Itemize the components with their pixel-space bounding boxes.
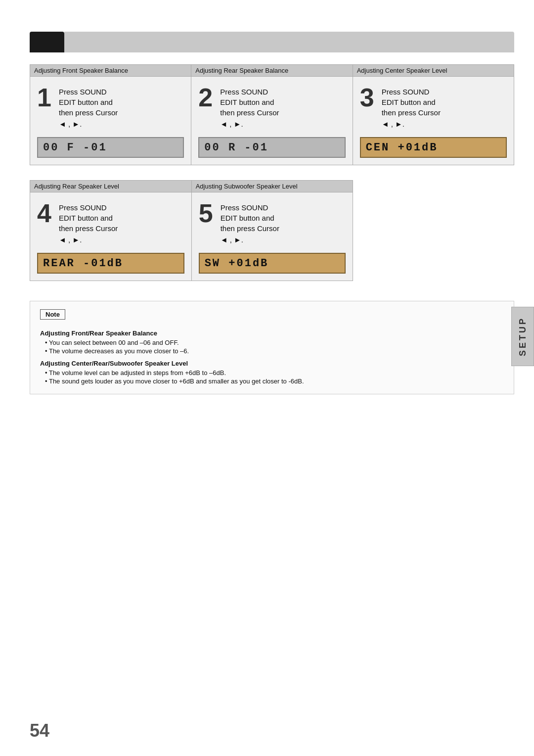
- step-text-line3-5: then press Cursor: [221, 224, 279, 233]
- step-text-content-2: Press SOUND EDIT button and then press C…: [220, 85, 279, 118]
- section-subwoofer-level: Adjusting Subwoofer Speaker Level 5 Pres…: [192, 180, 354, 281]
- note-item-1-1: The volume decreases as you move closer …: [45, 347, 504, 355]
- step-number-4: 4: [37, 200, 55, 226]
- step-text-line1-1: Press SOUND: [59, 88, 107, 96]
- step-row-1: 1 Press SOUND EDIT button and then press…: [37, 85, 184, 132]
- step-row-5: 5 Press SOUND EDIT button and then press…: [199, 200, 346, 248]
- step-text-line3-4: then press Cursor: [59, 224, 118, 233]
- cursor-symbols-1: ◄ , ►.: [59, 120, 118, 128]
- empty-column: [353, 180, 514, 281]
- section-rear-level: Adjusting Rear Speaker Level 4 Press SOU…: [30, 180, 192, 281]
- step-row-3: 3 Press SOUND EDIT button and then press…: [360, 85, 507, 132]
- cursor-symbols-3: ◄ , ►.: [382, 120, 441, 128]
- cursor-symbols-5: ◄ , ►.: [221, 236, 279, 244]
- step-text-content-4: Press SOUND EDIT button and then press C…: [59, 200, 118, 234]
- step-text-line2-3: EDIT button and: [382, 98, 436, 106]
- cursor-symbols-2: ◄ , ►.: [220, 120, 279, 128]
- step-row-4: 4 Press SOUND EDIT button and then press…: [37, 200, 184, 248]
- step-number-2: 2: [198, 85, 216, 110]
- step-text-line3-1: then press Cursor: [59, 108, 118, 117]
- step-number-3: 3: [360, 85, 378, 110]
- note-label: Note: [40, 309, 65, 320]
- section-rear-balance-header: Adjusting Rear Speaker Balance: [191, 65, 352, 77]
- section-center-level-header: Adjusting Center Speaker Level: [353, 65, 514, 77]
- section-front-balance: Adjusting Front Speaker Balance 1 Press …: [30, 64, 191, 165]
- row2-sections: Adjusting Rear Speaker Level 4 Press SOU…: [30, 180, 514, 281]
- section-subwoofer-level-body: 5 Press SOUND EDIT button and then press…: [192, 192, 353, 281]
- top-header: [30, 30, 514, 54]
- step-text-line1-4: Press SOUND: [59, 203, 107, 212]
- lcd-display-3: CEN +01dB: [360, 137, 507, 158]
- step-text-line2-2: EDIT button and: [220, 98, 274, 106]
- step-text-5: Press SOUND EDIT button and then press C…: [221, 200, 279, 248]
- section-front-balance-header: Adjusting Front Speaker Balance: [30, 65, 191, 77]
- note-section: Note Adjusting Front/Rear Speaker Balanc…: [30, 301, 514, 394]
- section-rear-balance: Adjusting Rear Speaker Balance 2 Press S…: [191, 64, 353, 165]
- step-text-line1-2: Press SOUND: [220, 88, 268, 96]
- step-text-line1-3: Press SOUND: [382, 88, 430, 96]
- step-number-5: 5: [199, 200, 217, 226]
- step-row-2: 2 Press SOUND EDIT button and then press…: [198, 85, 345, 132]
- step-text-line1-5: Press SOUND: [221, 203, 268, 212]
- step-text-content-5: Press SOUND EDIT button and then press C…: [221, 200, 279, 234]
- step-text-1: Press SOUND EDIT button and then press C…: [59, 85, 118, 132]
- section-center-level-body: 3 Press SOUND EDIT button and then press…: [353, 77, 514, 165]
- section-subwoofer-level-header: Adjusting Subwoofer Speaker Level: [192, 181, 353, 192]
- section-rear-level-header: Adjusting Rear Speaker Level: [30, 181, 191, 192]
- note-heading-1: Adjusting Front/Rear Speaker Balance: [40, 330, 504, 337]
- step-text-line2-4: EDIT button and: [59, 214, 113, 222]
- cursor-symbols-4: ◄ , ►.: [59, 236, 118, 244]
- section-center-level: Adjusting Center Speaker Level 3 Press S…: [353, 64, 514, 165]
- step-text-3: Press SOUND EDIT button and then press C…: [382, 85, 441, 132]
- header-gray-bar: [64, 32, 514, 52]
- step-text-line2-5: EDIT button and: [221, 214, 274, 222]
- page-number: 54: [30, 720, 49, 741]
- section-rear-balance-body: 2 Press SOUND EDIT button and then press…: [191, 77, 352, 165]
- step-text-2: Press SOUND EDIT button and then press C…: [220, 85, 279, 132]
- note-heading-2: Adjusting Center/Rear/Subwoofer Speaker …: [40, 360, 504, 367]
- step-number-1: 1: [37, 85, 55, 110]
- lcd-display-2: 00 R -01: [198, 137, 345, 158]
- lcd-display-4: REAR -01dB: [37, 253, 184, 274]
- header-black-tab: [30, 32, 64, 52]
- step-text-line3-2: then press Cursor: [220, 108, 279, 117]
- step-text-line2-1: EDIT button and: [59, 98, 113, 106]
- lcd-display-1: 00 F -01: [37, 137, 184, 158]
- lcd-display-5: SW +01dB: [199, 253, 346, 274]
- step-text-4: Press SOUND EDIT button and then press C…: [59, 200, 118, 248]
- section-rear-level-body: 4 Press SOUND EDIT button and then press…: [30, 192, 191, 281]
- step-text-content-3: Press SOUND EDIT button and then press C…: [382, 85, 441, 118]
- row1-sections: Adjusting Front Speaker Balance 1 Press …: [30, 64, 514, 165]
- page-container: Adjusting Front Speaker Balance 1 Press …: [0, 0, 534, 756]
- note-item-1-0: You can select between 00 and –06 and OF…: [45, 339, 504, 346]
- note-item-2-1: The sound gets louder as you move closer…: [45, 378, 504, 385]
- step-text-content-1: Press SOUND EDIT button and then press C…: [59, 85, 118, 118]
- setup-tab: SETUP: [511, 307, 534, 366]
- note-item-2-0: The volume level can be adjusted in step…: [45, 369, 504, 377]
- step-text-line3-3: then press Cursor: [382, 108, 441, 117]
- section-front-balance-body: 1 Press SOUND EDIT button and then press…: [30, 77, 191, 165]
